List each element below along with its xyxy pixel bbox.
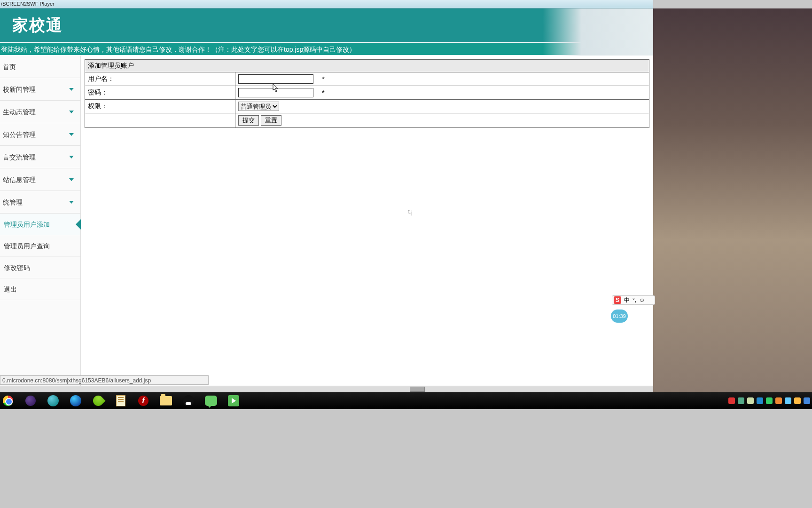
app-brand: 家校通 bbox=[12, 15, 63, 36]
button-row-spacer bbox=[85, 113, 235, 128]
sidebar-sub-logout[interactable]: 退出 bbox=[0, 278, 80, 300]
taskbar-player-icon[interactable] bbox=[226, 394, 241, 408]
ime-floating-bar[interactable]: S 中 °, ☺ bbox=[612, 295, 655, 305]
taskbar-notepad-icon[interactable] bbox=[114, 394, 128, 408]
sidebar-item-notice[interactable]: 知公告管理 bbox=[0, 123, 80, 146]
sidebar: 首页 校新闻管理 生动态管理 知公告管理 言交流管理 站信息管理 bbox=[0, 56, 81, 386]
chevron-down-icon bbox=[69, 201, 74, 204]
taskbar-app1-icon[interactable] bbox=[46, 394, 60, 408]
main-content: 添加管理员账户 用户名： * 密码： * 权 bbox=[81, 56, 653, 386]
sidebar-item-label: 知公告管理 bbox=[3, 123, 36, 146]
window-title: /SCREEN2SWF Player bbox=[1, 1, 55, 7]
sidebar-item-label: 生动态管理 bbox=[3, 101, 36, 123]
taskbar-qq-icon[interactable] bbox=[181, 394, 195, 408]
tray-icon[interactable] bbox=[775, 397, 782, 404]
taskbar-chrome-icon[interactable] bbox=[1, 394, 15, 408]
chevron-down-icon bbox=[69, 178, 74, 181]
taskbar-wechat-icon[interactable] bbox=[204, 394, 218, 408]
tray-icon[interactable] bbox=[738, 397, 744, 404]
taskbar[interactable]: f bbox=[0, 392, 812, 409]
required-mark: * bbox=[322, 88, 325, 96]
system-tray[interactable] bbox=[728, 392, 810, 409]
admin-add-form: 添加管理员账户 用户名： * 密码： * 权 bbox=[85, 59, 649, 128]
tray-icon[interactable] bbox=[728, 397, 735, 404]
password-input[interactable] bbox=[238, 88, 313, 97]
sidebar-sub-label: 管理员用户查询 bbox=[4, 242, 50, 250]
scrollbar-thumb[interactable] bbox=[410, 387, 425, 392]
window-titlebar[interactable]: /SCREEN2SWF Player bbox=[0, 0, 653, 8]
timer-value: 01:39 bbox=[613, 313, 626, 319]
sidebar-sub-label: 退出 bbox=[4, 286, 17, 293]
tray-icon[interactable] bbox=[804, 397, 810, 404]
sidebar-item-forum[interactable]: 言交流管理 bbox=[0, 146, 80, 168]
reset-button[interactable]: 重置 bbox=[261, 115, 281, 126]
taskbar-leaf-icon[interactable] bbox=[91, 394, 105, 408]
required-mark: * bbox=[322, 75, 325, 83]
sidebar-item-label: 统管理 bbox=[3, 191, 23, 214]
sidebar-sub-label: 修改密码 bbox=[4, 264, 30, 271]
username-input[interactable] bbox=[238, 74, 313, 84]
sidebar-item-label: 站信息管理 bbox=[3, 168, 36, 191]
tray-icon[interactable] bbox=[785, 397, 791, 404]
sidebar-item-news[interactable]: 校新闻管理 bbox=[0, 78, 80, 101]
taskbar-flash-icon[interactable]: f bbox=[136, 394, 150, 408]
sidebar-item-home[interactable]: 首页 bbox=[0, 56, 80, 78]
horizontal-scrollbar[interactable] bbox=[0, 386, 653, 392]
sidebar-sub-admin-query[interactable]: 管理员用户查询 bbox=[0, 235, 80, 257]
sidebar-sub-label: 管理员用户添加 bbox=[4, 221, 50, 228]
sidebar-item-siteinfo[interactable]: 站信息管理 bbox=[0, 168, 80, 191]
welcome-banner: 登陆我站，希望能给你带来好心情，其他话语请您自己修改，谢谢合作！（注：此处文字您… bbox=[0, 42, 653, 56]
ime-punct[interactable]: °, bbox=[632, 297, 636, 303]
welcome-text: 登陆我站，希望能给你带来好心情，其他话语请您自己修改，谢谢合作！（注：此处文字您… bbox=[1, 46, 356, 53]
username-label: 用户名： bbox=[85, 72, 235, 86]
role-select[interactable]: 普通管理员 bbox=[238, 102, 279, 111]
sidebar-sub-change-password[interactable]: 修改密码 bbox=[0, 257, 80, 278]
ime-lang[interactable]: 中 bbox=[624, 296, 630, 304]
sidebar-item-label: 言交流管理 bbox=[3, 146, 36, 168]
app-header: 家校通 bbox=[0, 8, 653, 42]
desktop-background bbox=[653, 8, 812, 394]
tray-icon[interactable] bbox=[794, 397, 801, 404]
tray-icon[interactable] bbox=[757, 397, 763, 404]
chevron-down-icon bbox=[69, 133, 74, 136]
sidebar-item-system[interactable]: 统管理 bbox=[0, 191, 80, 214]
password-label: 密码： bbox=[85, 86, 235, 100]
taskbar-explorer-icon[interactable] bbox=[159, 394, 173, 408]
chevron-down-icon bbox=[69, 156, 74, 159]
submit-button[interactable]: 提交 bbox=[238, 115, 259, 126]
taskbar-eclipse-icon[interactable] bbox=[23, 394, 38, 408]
sidebar-item-student[interactable]: 生动态管理 bbox=[0, 101, 80, 123]
tray-icon[interactable] bbox=[766, 397, 773, 404]
sogou-icon: S bbox=[614, 296, 621, 304]
app-area: 家校通 登陆我站，希望能给你带来好心情，其他话语请您自己修改，谢谢合作！（注：此… bbox=[0, 8, 653, 386]
taskbar-app2-icon[interactable] bbox=[69, 394, 83, 408]
chevron-down-icon bbox=[69, 111, 74, 113]
recording-timer[interactable]: 01:39 bbox=[611, 310, 628, 323]
role-label: 权限： bbox=[85, 100, 235, 113]
tray-icon[interactable] bbox=[747, 397, 754, 404]
chevron-down-icon bbox=[69, 88, 74, 91]
ime-emoji[interactable]: ☺ bbox=[639, 297, 645, 303]
form-title: 添加管理员账户 bbox=[85, 60, 649, 72]
sidebar-item-label: 首页 bbox=[3, 56, 16, 78]
sidebar-item-label: 校新闻管理 bbox=[3, 78, 36, 101]
sidebar-sub-admin-add[interactable]: 管理员用户添加 bbox=[0, 214, 80, 235]
status-url: 0.microdone.cn:8080/ssmjxthsg6153AEB6/al… bbox=[0, 375, 209, 385]
